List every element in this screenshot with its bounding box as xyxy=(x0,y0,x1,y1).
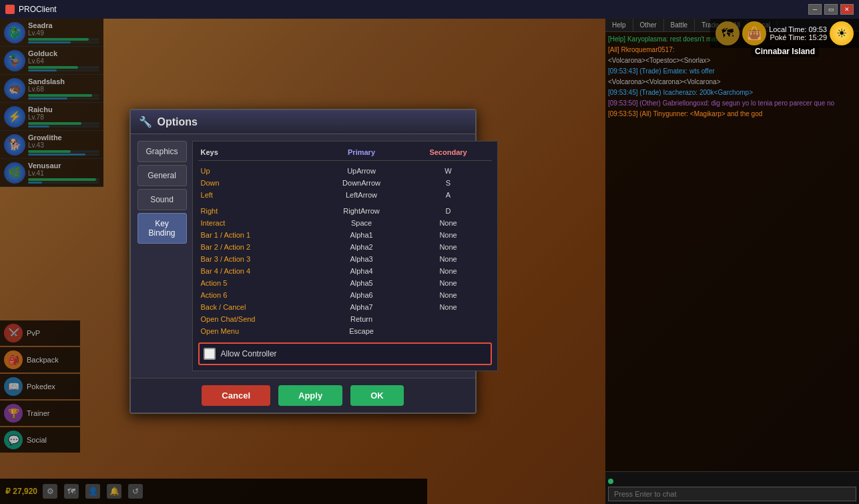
options-dialog: 🔧 Options GraphicsGeneralSoundKey Bindin… xyxy=(129,109,477,414)
dialog-title-bar: 🔧 Options xyxy=(131,110,475,134)
primary-header: Primary xyxy=(318,147,405,158)
keybind-secondary-3: D xyxy=(405,206,492,216)
keybind-primary-7: Alpha3 xyxy=(318,254,405,264)
location-name: Cinnabar Island xyxy=(751,45,819,57)
keybind-action-11: Back / Cancel xyxy=(198,302,318,312)
dialog-wrench-icon: 🔧 xyxy=(139,115,152,128)
time-display: Local Time: 09:53 Poké Time: 15:29 xyxy=(769,25,827,41)
top-right-hud: 🗺 👜 Local Time: 09:53 Poké Time: 15:29 ☀ xyxy=(710,19,859,48)
allow-controller-row: Allow Controller xyxy=(198,342,492,365)
app-icon xyxy=(5,5,15,14)
chat-input-area[interactable] xyxy=(605,471,859,504)
close-button[interactable]: ✕ xyxy=(840,4,854,15)
keybind-action-3: Right xyxy=(198,206,318,216)
local-time: Local Time: 09:53 xyxy=(769,25,827,33)
keybind-action-8: Bar 4 / Action 4 xyxy=(198,266,318,276)
dialog-title: Options xyxy=(158,116,198,128)
keybind-row-2[interactable]: Left LeftArrow A xyxy=(198,189,492,201)
keybind-primary-6: Alpha2 xyxy=(318,242,405,252)
dialog-body: GraphicsGeneralSoundKey Binding Keys Pri… xyxy=(131,134,475,378)
keybind-action-4: Interact xyxy=(198,218,318,228)
chat-msg-4: <Volcarona><Volcarona><Volcarona> xyxy=(608,77,856,87)
chat-tab-help[interactable]: Help xyxy=(605,19,633,31)
keybind-primary-13: Escape xyxy=(318,326,405,336)
keybind-secondary-6: None xyxy=(405,242,492,252)
keybind-action-9: Action 5 xyxy=(198,278,318,288)
chat-tab-battle[interactable]: Battle xyxy=(664,19,695,31)
keybind-secondary-5: None xyxy=(405,230,492,240)
allow-controller-checkbox[interactable] xyxy=(204,348,216,360)
keybind-row-1[interactable]: Down DownArrow S xyxy=(198,177,492,189)
minimize-button[interactable]: ─ xyxy=(808,4,822,15)
bag-icon[interactable]: 👜 xyxy=(742,21,766,45)
dialog-nav: GraphicsGeneralSoundKey Binding xyxy=(137,141,187,371)
keybind-secondary-0: W xyxy=(405,166,492,176)
keybind-secondary-11: None xyxy=(405,302,492,312)
keybind-row-6[interactable]: Bar 2 / Action 2 Alpha2 None xyxy=(198,241,492,253)
dialog-footer: Cancel Apply OK xyxy=(131,378,475,413)
keybind-action-2: Left xyxy=(198,190,318,200)
online-indicator xyxy=(608,479,613,484)
keybind-row-13[interactable]: Open Menu Escape xyxy=(198,325,492,337)
app-title: PROClient xyxy=(19,5,57,14)
chat-msg-2: <Volcarona><Topestoc><Snorlax> xyxy=(608,56,856,65)
chat-msg-3: [09:53:43] (Trade) Ematex: wts offer xyxy=(608,67,856,76)
dialog-nav-general[interactable]: General xyxy=(137,165,187,186)
poke-time: Poké Time: 15:29 xyxy=(769,33,827,41)
keybind-action-5: Bar 1 / Action 1 xyxy=(198,230,318,240)
keybind-action-0: Up xyxy=(198,166,318,176)
ok-button[interactable]: OK xyxy=(350,385,404,406)
dialog-overlay: 🔧 Options GraphicsGeneralSoundKey Bindin… xyxy=(0,19,605,504)
keybind-primary-5: Alpha1 xyxy=(318,230,405,240)
keybind-primary-1: DownArrow xyxy=(318,178,405,188)
keybind-secondary-7: None xyxy=(405,254,492,264)
keybind-primary-11: Alpha7 xyxy=(318,302,405,312)
allow-controller-label: Allow Controller xyxy=(221,349,277,358)
keybind-primary-12: Return xyxy=(318,314,405,324)
chat-input[interactable] xyxy=(608,487,856,501)
keybind-action-7: Bar 3 / Action 3 xyxy=(198,254,318,264)
dialog-nav-key-binding[interactable]: Key Binding xyxy=(137,213,187,244)
keybind-secondary-10: None xyxy=(405,290,492,300)
keybind-row-4[interactable]: Interact Space None xyxy=(198,217,492,229)
maximize-button[interactable]: ▭ xyxy=(824,4,838,15)
keybind-row-12[interactable]: Open Chat/Send Return xyxy=(198,313,492,325)
keybind-primary-9: Alpha5 xyxy=(318,278,405,288)
keybind-secondary-2: A xyxy=(405,190,492,200)
title-bar: PROClient ─ ▭ ✕ xyxy=(0,0,859,19)
apply-button[interactable]: Apply xyxy=(278,385,342,406)
keybind-row-5[interactable]: Bar 1 / Action 1 Alpha1 None xyxy=(198,229,492,241)
keybind-header: Keys Primary Secondary xyxy=(198,147,492,161)
keybind-row-10[interactable]: Action 6 Alpha6 None xyxy=(198,289,492,301)
keybind-primary-3: RightArrow xyxy=(318,206,405,216)
map-icon[interactable]: 🗺 xyxy=(715,21,740,45)
keybind-secondary-1: S xyxy=(405,178,492,188)
keybind-primary-8: Alpha4 xyxy=(318,266,405,276)
keybind-row-11[interactable]: Back / Cancel Alpha7 None xyxy=(198,301,492,313)
dialog-nav-sound[interactable]: Sound xyxy=(137,189,187,210)
sun-icon: ☀ xyxy=(830,21,854,45)
secondary-header: Secondary xyxy=(405,147,492,158)
chat-msg-6: [09:53:50] (Other) Gabriellongoxd: dig s… xyxy=(608,99,856,108)
keybind-primary-10: Alpha6 xyxy=(318,290,405,300)
keybind-row-8[interactable]: Bar 4 / Action 4 Alpha4 None xyxy=(198,265,492,277)
keybind-action-10: Action 6 xyxy=(198,290,318,300)
keybind-primary-4: Space xyxy=(318,218,405,228)
dialog-nav-graphics[interactable]: Graphics xyxy=(137,141,187,162)
keybind-rows: Up UpArrow W Down DownArrow S Left LeftA… xyxy=(198,165,492,337)
chat-messages: [Help] Karyoplasma: rest doesn't matter[… xyxy=(605,32,859,471)
keybind-primary-0: UpArrow xyxy=(318,166,405,176)
keybind-row-3[interactable]: Right RightArrow D xyxy=(198,205,492,217)
cancel-button[interactable]: Cancel xyxy=(202,385,270,406)
keybind-row-9[interactable]: Action 5 Alpha5 None xyxy=(198,277,492,289)
chat-tab-other[interactable]: Other xyxy=(633,19,664,31)
keybind-row-0[interactable]: Up UpArrow W xyxy=(198,165,492,177)
keybind-primary-2: LeftArrow xyxy=(318,190,405,200)
keys-header: Keys xyxy=(198,147,318,158)
keybind-action-6: Bar 2 / Action 2 xyxy=(198,242,318,252)
keybind-row-7[interactable]: Bar 3 / Action 3 Alpha3 None xyxy=(198,253,492,265)
window-controls[interactable]: ─ ▭ ✕ xyxy=(808,4,854,15)
keybind-secondary-4: None xyxy=(405,218,492,228)
keybind-secondary-8: None xyxy=(405,266,492,276)
keybind-secondary-13 xyxy=(405,326,492,336)
